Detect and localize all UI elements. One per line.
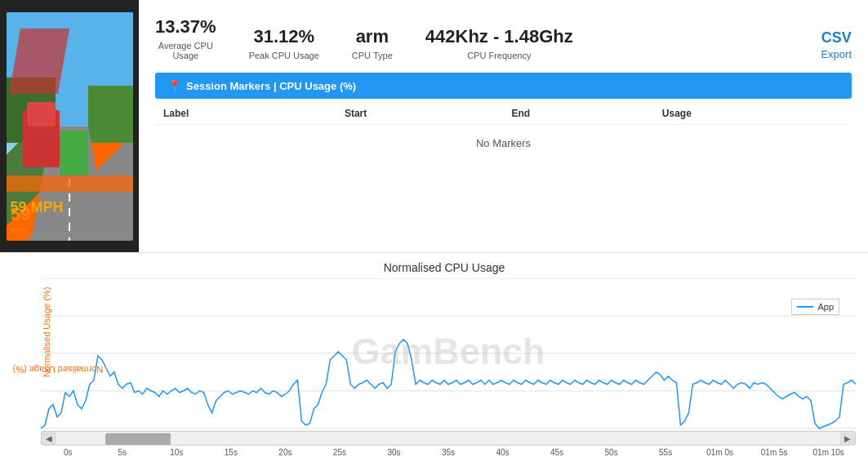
- svg-text:59: 59: [11, 204, 30, 224]
- col-end-header: End: [503, 103, 653, 125]
- svg-rect-2: [88, 86, 133, 143]
- scroll-left-button[interactable]: ◀: [42, 431, 56, 445]
- avg-cpu-value: 13.37%: [155, 16, 216, 38]
- x-label-50: 50s: [584, 448, 639, 457]
- avg-cpu-stat: 13.37% Average CPU Usage: [155, 16, 216, 60]
- game-screenshot: 59 MPH: [7, 12, 133, 241]
- no-markers-text: No Markers: [155, 125, 852, 162]
- session-markers-bar: 📍 Session Markers | CPU Usage (%): [155, 73, 852, 99]
- x-label-45: 45s: [530, 448, 585, 457]
- markers-table: Label Start End Usage No Markers: [155, 103, 852, 162]
- x-label-20: 20s: [258, 448, 313, 457]
- x-label-0: 0s: [41, 448, 96, 457]
- legend-label: App: [817, 302, 834, 312]
- chart-section: Normalised Usage (%) Normalised CPU Usag…: [0, 253, 868, 461]
- col-start-header: Start: [336, 103, 504, 125]
- x-label-55: 55s: [639, 448, 693, 457]
- x-label-01m0: 01m 0s: [692, 448, 747, 457]
- cpu-type-label: CPU Type: [352, 51, 393, 60]
- x-label-10: 10s: [149, 448, 204, 457]
- svg-rect-7: [60, 131, 88, 175]
- x-label-15: 15s: [204, 448, 259, 457]
- avg-cpu-label: Average CPU Usage: [155, 41, 216, 60]
- x-label-5: 5s: [96, 448, 150, 457]
- screenshot-panel: 59 MPH: [0, 0, 139, 252]
- peak-cpu-value: 31.12%: [249, 26, 319, 47]
- x-label-01m10: 01m 10s: [801, 448, 856, 457]
- chart-svg: 25 20 15 10 5 GamBench: [41, 278, 856, 429]
- svg-rect-10: [7, 175, 133, 192]
- cpu-type-value: arm: [352, 26, 393, 47]
- chart-scrollbar[interactable]: ◀ ▶: [41, 431, 856, 445]
- cpu-type-stat: arm CPU Type: [352, 26, 393, 60]
- x-label-30: 30s: [367, 448, 421, 457]
- x-label-01m5: 01m 5s: [747, 448, 802, 457]
- svg-text:MPH: MPH: [11, 226, 27, 234]
- svg-rect-6: [27, 102, 56, 126]
- cpu-freq-label: CPU Frequency: [425, 51, 573, 60]
- x-label-40: 40s: [475, 448, 530, 457]
- export-button[interactable]: Export: [821, 48, 852, 60]
- chart-legend: App: [791, 299, 839, 315]
- csv-export[interactable]: CSV Export: [821, 29, 852, 60]
- peak-cpu-label: Peak CPU Usage: [249, 51, 319, 60]
- chart-container: Normalised Usage (%) App 25 20 15 10 5: [33, 278, 856, 457]
- svg-text:GamBench: GamBench: [351, 330, 545, 372]
- cpu-freq-stat: 442Khz - 1.48Ghz CPU Frequency: [425, 26, 573, 60]
- col-usage-header: Usage: [654, 103, 852, 125]
- session-bar-text: Session Markers | CPU Usage (%): [186, 80, 356, 92]
- peak-cpu-stat: 31.12% Peak CPU Usage: [249, 26, 319, 60]
- col-label-header: Label: [155, 103, 336, 125]
- stats-panel: 13.37% Average CPU Usage 31.12% Peak CPU…: [139, 0, 868, 252]
- csv-label: CSV: [821, 29, 852, 47]
- cpu-freq-value: 442Khz - 1.48Ghz: [425, 26, 573, 47]
- scrollbar-thumb[interactable]: [105, 433, 171, 445]
- x-axis-labels: 0s 5s 10s 15s 20s 25s 30s 35s 40s 45s 50…: [41, 448, 856, 457]
- no-markers-row: No Markers: [155, 125, 852, 162]
- stats-row: 13.37% Average CPU Usage 31.12% Peak CPU…: [155, 8, 852, 73]
- x-label-35: 35s: [421, 448, 476, 457]
- chart-area: App 25 20 15 10 5 GamBench: [41, 278, 856, 429]
- pin-icon: 📍: [167, 79, 181, 92]
- legend-line: [797, 306, 813, 308]
- x-label-25: 25s: [313, 448, 367, 457]
- chart-title: Normalised CPU Usage: [33, 261, 856, 274]
- scroll-right-button[interactable]: ▶: [840, 431, 855, 445]
